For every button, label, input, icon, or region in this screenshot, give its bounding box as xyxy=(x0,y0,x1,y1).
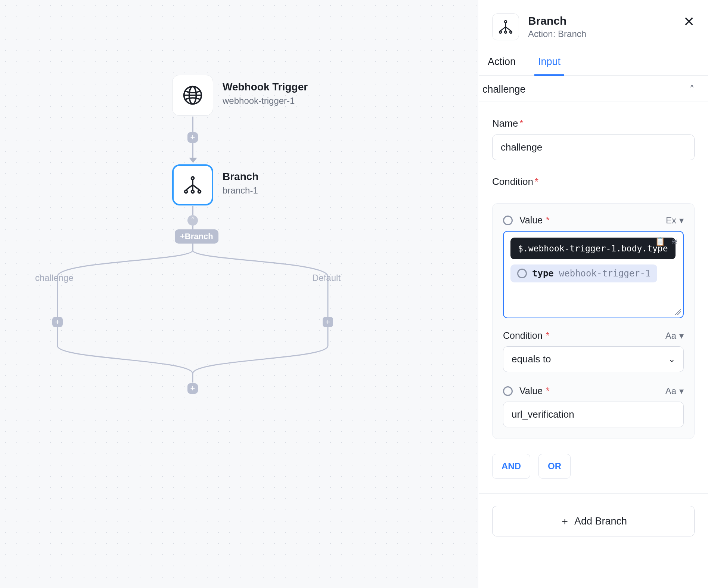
expression-toolbar: 📋 ≋ xyxy=(655,237,678,247)
condition-operator-select[interactable]: equals to ⌄ xyxy=(503,346,684,372)
panel-icon xyxy=(492,13,519,40)
node-branch[interactable] xyxy=(172,164,213,205)
svg-point-8 xyxy=(504,21,507,23)
paste-icon[interactable]: 📋 xyxy=(655,237,665,247)
arrowhead-icon xyxy=(189,158,197,163)
value2-input[interactable] xyxy=(503,402,684,427)
svg-point-6 xyxy=(191,190,194,193)
workflow-canvas[interactable]: Webhook Trigger webhook-trigger-1 + Bran… xyxy=(0,0,478,588)
branch-icon xyxy=(183,175,203,195)
add-branch-button[interactable]: ＋ Add Branch xyxy=(492,506,695,536)
divider xyxy=(479,493,708,494)
svg-point-5 xyxy=(184,190,187,193)
node-title: Webhook Trigger xyxy=(223,81,308,93)
branch-lane-label-left: challenge xyxy=(35,273,74,283)
section-title: challenge xyxy=(482,84,526,95)
close-button[interactable]: ✕ xyxy=(683,15,695,28)
value2-type-selector[interactable]: Aa ▾ xyxy=(665,386,684,396)
chevron-down-icon: ⌄ xyxy=(668,355,675,364)
branch-icon xyxy=(498,19,513,35)
add-node-bottom-button[interactable]: + xyxy=(187,383,198,394)
name-label: Name* xyxy=(492,118,695,129)
add-branch-chip[interactable]: +Branch xyxy=(175,229,218,244)
radio-icon[interactable] xyxy=(503,386,513,396)
name-input[interactable] xyxy=(492,134,695,160)
globe-icon xyxy=(182,85,203,106)
svg-point-11 xyxy=(504,31,507,33)
condition-type-selector[interactable]: Aa ▾ xyxy=(665,331,684,341)
svg-point-10 xyxy=(499,31,502,33)
expression-chip[interactable]: type webhook-trigger-1 xyxy=(510,264,657,282)
condition-label: Condition* xyxy=(492,176,695,188)
edge xyxy=(192,206,193,215)
collapse-button[interactable]: ˄ xyxy=(187,215,198,226)
svg-point-12 xyxy=(510,31,512,33)
chevron-up-icon[interactable]: ˄ xyxy=(689,83,695,96)
add-node-right-button[interactable]: + xyxy=(323,317,333,327)
node-subtitle: branch-1 xyxy=(223,185,258,196)
node-subtitle: webhook-trigger-1 xyxy=(223,96,308,106)
plus-icon: ＋ xyxy=(560,514,570,528)
expression-tooltip: $.webhook-trigger-1.body.type xyxy=(510,238,676,259)
value2-label: Value * xyxy=(519,386,550,396)
radio-icon xyxy=(517,269,527,278)
condition-card: Value * Ex ▾ 📋 ≋ $.webhook-trigger-1.bod… xyxy=(492,203,695,439)
tab-input[interactable]: Input xyxy=(534,56,564,76)
condition-operator-label: Condition * xyxy=(503,330,549,341)
node-webhook-trigger[interactable] xyxy=(172,75,213,116)
panel-title: Branch xyxy=(528,15,586,27)
and-button[interactable]: AND xyxy=(492,454,530,479)
branch-lane-label-right: Default xyxy=(312,273,341,283)
svg-point-3 xyxy=(191,177,194,179)
panel-subtitle: Action: Branch xyxy=(528,29,586,39)
branch-connector xyxy=(30,243,358,400)
expand-icon[interactable]: ≋ xyxy=(671,237,678,247)
value1-label: Value * xyxy=(519,215,550,226)
radio-icon[interactable] xyxy=(503,216,513,225)
expression-input[interactable]: 📋 ≋ $.webhook-trigger-1.body.type type w… xyxy=(503,231,684,318)
properties-panel: Branch Action: Branch ✕ Action Input cha… xyxy=(478,0,708,588)
add-node-button[interactable]: + xyxy=(187,132,198,143)
node-title: Branch xyxy=(223,170,258,183)
svg-point-7 xyxy=(198,190,201,193)
value1-type-selector[interactable]: Ex ▾ xyxy=(666,215,684,226)
or-button[interactable]: OR xyxy=(538,454,571,479)
add-node-left-button[interactable]: + xyxy=(52,317,63,327)
tab-action[interactable]: Action xyxy=(484,56,519,75)
panel-tabs: Action Input xyxy=(479,56,708,76)
